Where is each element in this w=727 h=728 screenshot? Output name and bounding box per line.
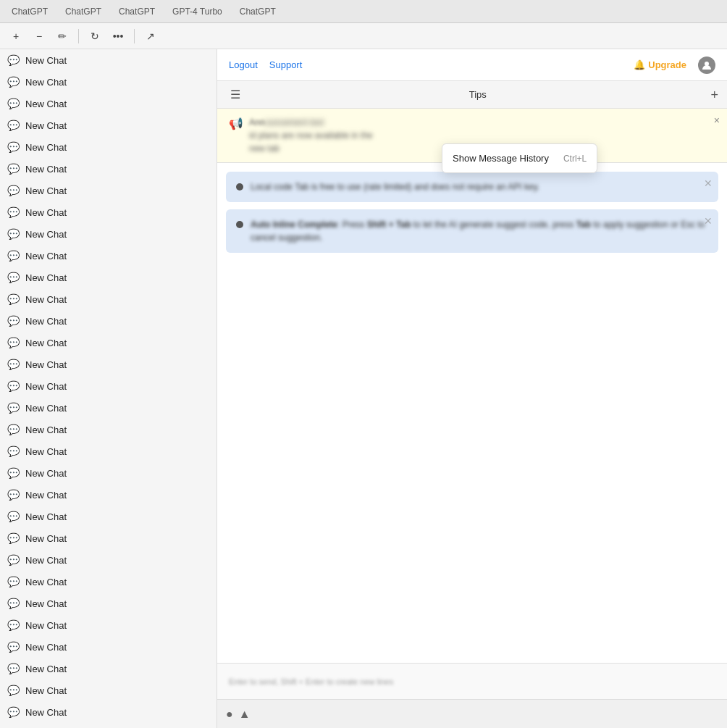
chat-label: New Chat [25, 707, 67, 718]
content-header: Logout Support 🔔 Upgrade [217, 49, 727, 81]
chat-label: New Chat [25, 207, 67, 218]
chat-label: New Chat [25, 229, 67, 240]
list-item[interactable]: 💬New Chat [0, 636, 217, 658]
chat-icon: 💬 [7, 402, 20, 414]
chat-icon: 💬 [7, 489, 20, 501]
export-button[interactable]: ↗ [140, 26, 161, 46]
chat-icon: 💬 [7, 663, 20, 674]
chat-label: New Chat [25, 598, 67, 609]
tab-2[interactable]: ChatGPT [59, 5, 107, 18]
chat-icon: 💬 [7, 250, 20, 262]
list-item[interactable]: 💬New Chat [0, 201, 217, 223]
tab-5[interactable]: ChatGPT [234, 5, 282, 18]
chat-icon: 💬 [7, 228, 20, 240]
list-item[interactable]: 💬New Chat [0, 593, 217, 614]
chat-icon: 💬 [7, 467, 20, 479]
bottom-bar: Enter to send, Shift + Enter to create n… [217, 663, 727, 699]
toolbar-separator [78, 29, 79, 43]
tips-menu-button[interactable]: ☰ [226, 86, 245, 103]
chat-icon: 💬 [7, 163, 20, 175]
list-item[interactable]: 💬New Chat [0, 223, 217, 245]
toolbar-separator-2 [134, 29, 135, 43]
list-item[interactable]: 💬New Chat [0, 397, 217, 419]
list-item[interactable]: 💬New Chat [0, 114, 217, 136]
more-button[interactable]: ••• [108, 26, 128, 46]
chat-icon: 💬 [7, 619, 20, 631]
chat-label: New Chat [25, 555, 67, 566]
announcement-close-button[interactable]: × [714, 114, 720, 126]
input-icon-2: ▲ [239, 708, 251, 721]
main-layout: 💬New Chat 💬New Chat 💬New Chat 💬New Chat … [0, 49, 727, 728]
input-icon-1: ● [226, 708, 233, 721]
chat-icon: 💬 [7, 315, 20, 327]
context-menu: Show Message History Ctrl+L [442, 143, 597, 173]
list-item[interactable]: 💬New Chat [0, 571, 217, 593]
chat-icon: 💬 [7, 685, 20, 696]
chat-icon: 💬 [7, 98, 20, 109]
edit-button[interactable]: ✏ [52, 26, 72, 46]
tips-add-button[interactable]: + [710, 88, 718, 101]
chat-icon: 💬 [7, 598, 20, 609]
tip-dismiss-1[interactable]: ✕ [704, 177, 713, 189]
chat-icon: 💬 [7, 445, 20, 457]
chat-icon: 💬 [7, 380, 20, 392]
chat-label: New Chat [25, 142, 67, 153]
chat-label: New Chat [25, 338, 67, 348]
list-item[interactable]: 💬New Chat [0, 506, 217, 527]
chat-icon: 💬 [7, 185, 20, 196]
list-item[interactable]: 💬New Chat [0, 93, 217, 114]
list-item[interactable]: 💬New Chat [0, 267, 217, 288]
chat-label: New Chat [25, 294, 67, 305]
add-tab-button[interactable]: + [6, 26, 26, 46]
chat-label: New Chat [25, 164, 67, 175]
chat-icon: 💬 [7, 206, 20, 218]
support-link[interactable]: Support [269, 59, 303, 70]
list-item[interactable]: 💬New Chat [0, 158, 217, 180]
list-item[interactable]: 💬New Chat [0, 353, 217, 375]
list-item[interactable]: 💬New Chat [0, 180, 217, 201]
show-message-history-item[interactable]: Show Message History Ctrl+L [442, 147, 597, 170]
list-item[interactable]: 💬New Chat [0, 375, 217, 397]
chat-label: New Chat [25, 446, 67, 457]
input-area: ● ▲ [217, 699, 727, 728]
list-item[interactable]: 💬New Chat [0, 462, 217, 484]
minus-button[interactable]: − [29, 26, 49, 46]
list-item[interactable]: 💬New Chat [0, 332, 217, 353]
tab-3[interactable]: ChatGPT [113, 5, 161, 18]
tip-dismiss-2[interactable]: ✕ [704, 215, 713, 227]
list-item[interactable]: 💬New Chat [0, 701, 217, 723]
logout-link[interactable]: Logout [229, 59, 258, 70]
tips-container: Local code Tab is free to use (rate limi… [217, 163, 727, 663]
upgrade-button[interactable]: 🔔 Upgrade [634, 59, 686, 70]
chat-label: New Chat [25, 424, 67, 435]
bottom-hint: Enter to send, Shift + Enter to create n… [229, 677, 715, 686]
list-item[interactable]: 💬New Chat [0, 679, 217, 701]
list-item[interactable]: 💬New Chat [0, 658, 217, 679]
chat-label: New Chat [25, 642, 67, 653]
chat-label: New Chat [25, 685, 67, 696]
avatar[interactable] [698, 57, 715, 74]
list-item[interactable]: 💬New Chat [0, 527, 217, 549]
list-item[interactable]: 💬New Chat [0, 49, 217, 71]
list-item[interactable]: 💬New Chat [0, 419, 217, 440]
list-item[interactable]: 💬New Chat [0, 614, 217, 636]
show-message-history-label: Show Message History [453, 153, 549, 164]
chat-label: New Chat [25, 468, 67, 479]
list-item[interactable]: 💬New Chat [0, 484, 217, 506]
list-item[interactable]: 💬New Chat [0, 136, 217, 158]
tip-bullet-1 [236, 183, 243, 191]
list-item[interactable]: 💬New Chat [0, 310, 217, 332]
tab-4[interactable]: GPT-4 Turbo [167, 5, 228, 18]
tips-title: Tips [251, 89, 705, 100]
chat-label: New Chat [25, 511, 67, 522]
upgrade-label: Upgrade [648, 59, 686, 70]
list-item[interactable]: 💬New Chat [0, 71, 217, 93]
refresh-button[interactable]: ↻ [85, 26, 105, 46]
sidebar[interactable]: 💬New Chat 💬New Chat 💬New Chat 💬New Chat … [0, 49, 217, 728]
list-item[interactable]: 💬New Chat [0, 288, 217, 310]
chat-label: New Chat [25, 490, 67, 501]
tab-1[interactable]: ChatGPT [6, 5, 54, 18]
list-item[interactable]: 💬New Chat [0, 549, 217, 571]
list-item[interactable]: 💬New Chat [0, 245, 217, 267]
list-item[interactable]: 💬New Chat [0, 440, 217, 462]
